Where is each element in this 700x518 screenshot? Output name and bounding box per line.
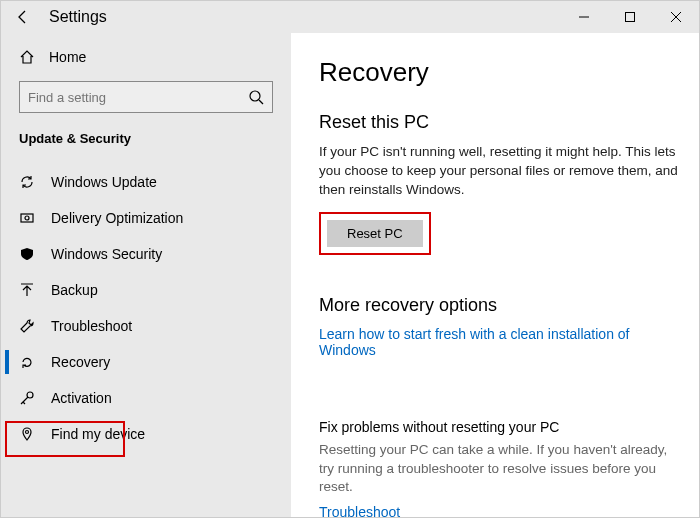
close-button[interactable]	[653, 1, 699, 33]
fix-description: Resetting your PC can take a while. If y…	[319, 441, 679, 498]
titlebar: Settings	[1, 1, 699, 33]
minimize-button[interactable]	[561, 1, 607, 33]
location-icon	[19, 426, 35, 442]
sidebar-item-delivery-optimization[interactable]: Delivery Optimization	[5, 200, 287, 236]
reset-heading: Reset this PC	[319, 112, 679, 133]
section-title: Update & Security	[5, 123, 287, 164]
recovery-icon	[19, 354, 35, 370]
troubleshoot-link[interactable]: Troubleshoot	[319, 504, 400, 517]
fresh-install-link[interactable]: Learn how to start fresh with a clean in…	[319, 326, 679, 358]
sidebar-item-backup[interactable]: Backup	[5, 272, 287, 308]
window-title: Settings	[49, 8, 107, 26]
sidebar-item-troubleshoot[interactable]: Troubleshoot	[5, 308, 287, 344]
home-icon	[19, 49, 35, 65]
sidebar-item-label: Backup	[51, 282, 98, 298]
search-input[interactable]	[28, 90, 248, 105]
svg-rect-0	[626, 13, 635, 22]
back-icon[interactable]	[15, 9, 31, 25]
maximize-button[interactable]	[607, 1, 653, 33]
sidebar: Home Update & Security Windows Update De…	[1, 33, 291, 517]
svg-rect-2	[21, 214, 33, 222]
more-options-heading: More recovery options	[319, 295, 679, 316]
sync-icon	[19, 174, 35, 190]
fix-heading: Fix problems without resetting your PC	[319, 419, 679, 435]
sidebar-item-find-my-device[interactable]: Find my device	[5, 416, 287, 452]
annotation-highlight: Reset PC	[319, 212, 431, 255]
sidebar-item-label: Windows Update	[51, 174, 157, 190]
sidebar-item-windows-security[interactable]: Windows Security	[5, 236, 287, 272]
sidebar-item-recovery[interactable]: Recovery	[5, 344, 287, 380]
home-label: Home	[49, 49, 86, 65]
svg-point-5	[26, 431, 29, 434]
sidebar-item-label: Activation	[51, 390, 112, 406]
wrench-icon	[19, 318, 35, 334]
svg-point-3	[25, 216, 29, 220]
search-icon	[248, 89, 264, 105]
home-nav[interactable]: Home	[5, 41, 287, 73]
sidebar-item-label: Delivery Optimization	[51, 210, 183, 226]
sidebar-item-label: Windows Security	[51, 246, 162, 262]
delivery-icon	[19, 210, 35, 226]
shield-icon	[19, 246, 35, 262]
sidebar-item-windows-update[interactable]: Windows Update	[5, 164, 287, 200]
main-content: Recovery Reset this PC If your PC isn't …	[291, 33, 699, 517]
sidebar-item-label: Troubleshoot	[51, 318, 132, 334]
backup-icon	[19, 282, 35, 298]
sidebar-item-label: Recovery	[51, 354, 110, 370]
search-box[interactable]	[19, 81, 273, 113]
reset-pc-button[interactable]: Reset PC	[327, 220, 423, 247]
sidebar-item-label: Find my device	[51, 426, 145, 442]
page-title: Recovery	[319, 57, 679, 88]
svg-point-1	[250, 91, 260, 101]
key-icon	[19, 390, 35, 406]
reset-description: If your PC isn't running well, resetting…	[319, 143, 679, 200]
sidebar-item-activation[interactable]: Activation	[5, 380, 287, 416]
